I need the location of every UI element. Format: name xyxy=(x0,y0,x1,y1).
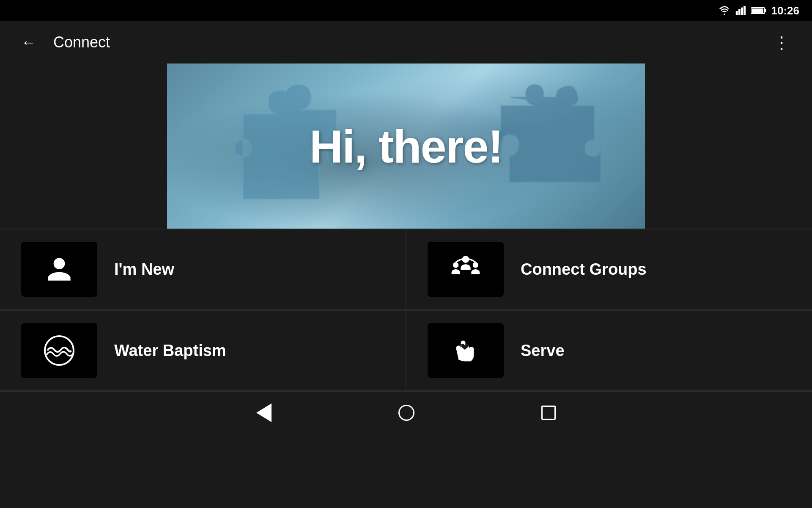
svg-rect-3 xyxy=(743,6,746,15)
nav-back-button[interactable] xyxy=(256,403,272,422)
serve-label: Serve xyxy=(521,342,565,360)
svg-point-9 xyxy=(453,262,458,268)
svg-rect-6 xyxy=(752,8,763,13)
app-bar: ← Connect ⋮ xyxy=(0,21,812,64)
wave-icon xyxy=(42,334,76,367)
puzzle-right-icon xyxy=(493,72,611,199)
back-triangle-icon xyxy=(256,403,272,422)
grid-item-connect-groups[interactable]: Connect Groups xyxy=(406,229,812,310)
page-title: Connect xyxy=(53,33,756,51)
water-baptism-label: Water Baptism xyxy=(114,342,226,360)
grid-section: I'm New Connect Groups xyxy=(0,229,812,391)
connect-groups-label: Connect Groups xyxy=(521,260,647,279)
svg-point-10 xyxy=(473,262,478,268)
status-icons: 10:26 xyxy=(718,4,800,17)
grid-item-serve[interactable]: Serve xyxy=(406,311,812,391)
bottom-nav xyxy=(0,391,812,433)
hero-container: Hi, there! xyxy=(0,64,812,229)
im-new-icon-box xyxy=(21,242,97,297)
svg-rect-0 xyxy=(735,11,738,15)
battery-icon xyxy=(751,6,767,15)
person-icon xyxy=(42,252,76,286)
svg-rect-5 xyxy=(765,9,766,12)
group-icon xyxy=(449,252,483,286)
signal-icon xyxy=(735,6,747,15)
hero-image: Hi, there! xyxy=(167,64,645,229)
grid-item-im-new[interactable]: I'm New xyxy=(0,229,406,310)
status-time: 10:26 xyxy=(771,4,800,17)
status-bar: 10:26 xyxy=(0,0,812,21)
more-options-button[interactable]: ⋮ xyxy=(769,28,795,56)
grid-item-water-baptism[interactable]: Water Baptism xyxy=(0,311,406,391)
hand-heart-icon xyxy=(449,334,483,367)
svg-rect-2 xyxy=(741,8,743,15)
serve-icon-box xyxy=(428,323,504,378)
nav-home-button[interactable] xyxy=(398,405,414,421)
back-button[interactable]: ← xyxy=(17,29,41,55)
wifi-icon xyxy=(718,6,731,15)
water-baptism-icon-box xyxy=(21,323,97,378)
connect-groups-icon-box xyxy=(428,242,504,297)
im-new-label: I'm New xyxy=(114,260,174,279)
svg-point-7 xyxy=(54,258,65,269)
home-circle-icon xyxy=(398,405,414,421)
svg-rect-1 xyxy=(738,9,740,15)
nav-recent-button[interactable] xyxy=(541,406,556,420)
hero-text: Hi, there! xyxy=(310,119,503,173)
recent-square-icon xyxy=(541,406,556,420)
